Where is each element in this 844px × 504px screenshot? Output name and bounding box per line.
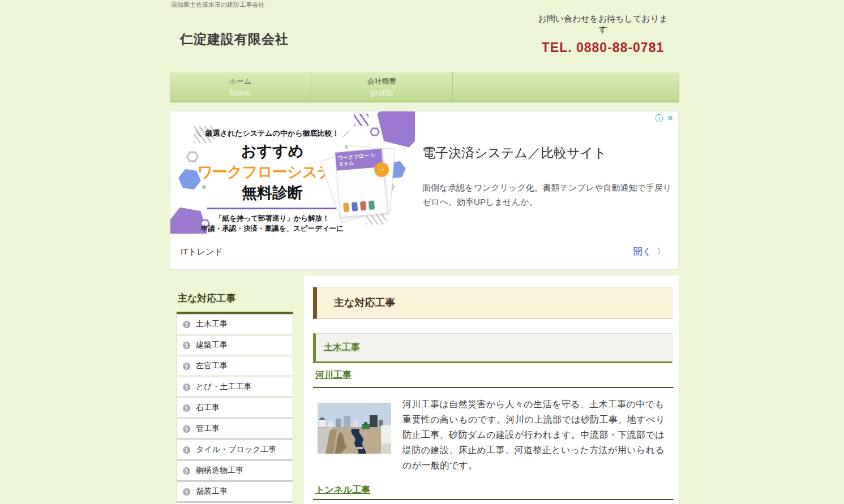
- company-name-logo[interactable]: 仁淀建設有限会社: [180, 31, 289, 48]
- nav-home-label-en: home: [230, 88, 251, 97]
- contact-note: お問い合わせをお待ちしております: [535, 14, 671, 35]
- nav-filler: [453, 72, 679, 101]
- river-construction-photo: [318, 403, 391, 454]
- ad-info-icon[interactable]: ⓘ: [655, 114, 663, 124]
- sidebar-item-plastering[interactable]: 左官工事: [177, 356, 293, 376]
- sidebar-item-civil[interactable]: 土木工事: [177, 314, 293, 334]
- section-divider: [313, 499, 674, 500]
- adchoices-controls: ⓘ ✕: [655, 114, 674, 124]
- sidebar-construction-menu: 主な対応工事 土木工事 建築工事 左官工事 とび・土工工事 石工事 管工事 タイ…: [177, 291, 293, 504]
- bullet-arrow-icon: [183, 384, 190, 391]
- ad-creative-image[interactable]: ＼厳選されたシステムの中から徹底比較！／ おすすめ ワークフローシステム 無料診…: [170, 111, 415, 234]
- sidebar-item-steel[interactable]: 鋼構造物工事: [177, 460, 293, 481]
- category-box: 土木工事: [313, 333, 672, 363]
- bullet-arrow-icon: [183, 363, 190, 370]
- main-content: 主な対応工事 土木工事 河川工事 河川工事は自然災害から人々の生活を守る、土木工…: [304, 275, 679, 504]
- sidebar-item-label: とび・土工工事: [196, 382, 252, 392]
- header-contact-block: お問い合わせをお待ちしております TEL. 0880-88-0781: [535, 14, 671, 55]
- phone-number: TEL. 0880-88-0781: [535, 40, 671, 55]
- sidebar-item-label: 舗装工事: [196, 486, 228, 497]
- purple-underline: [207, 208, 337, 209]
- ad-banner: ＼厳選されたシステムの中から徹底比較！／ おすすめ ワークフローシステム 無料診…: [170, 111, 679, 270]
- nav-profile-label-en: profile: [370, 88, 393, 97]
- ad-topline: ＼厳選されたシステムの中から徹底比較！／: [170, 128, 374, 139]
- page-title-box: 主な対応工事: [313, 287, 672, 319]
- section-link-river-works[interactable]: 河川工事: [315, 369, 352, 381]
- sidebar-item-stone[interactable]: 石工事: [177, 398, 293, 418]
- nav-item-home[interactable]: ホーム home: [170, 72, 311, 101]
- bullet-arrow-icon: [183, 404, 190, 412]
- stripes-decoration: [354, 114, 369, 126]
- sidebar-item-label: タイル・ブロック工事: [196, 445, 276, 455]
- ad-brand-label: ITトレンド: [181, 247, 223, 257]
- people-illustration: [343, 200, 375, 212]
- sidebar-item-label: 土木工事: [196, 319, 228, 329]
- sidebar-item-label: 石工事: [196, 403, 220, 413]
- site-tagline: 高知県土佐清水市の建設工事会社: [171, 1, 264, 9]
- bullet-arrow-icon: [183, 425, 190, 433]
- main-nav: ホーム home 会社概要 profile: [170, 72, 679, 102]
- sidebar-item-building[interactable]: 建築工事: [177, 335, 293, 355]
- ad-open-label: 開く: [633, 246, 652, 258]
- section-divider: [313, 387, 674, 388]
- sidebar-item-label: 管工事: [196, 424, 220, 434]
- bullet-arrow-icon: [183, 446, 190, 454]
- bullet-arrow-icon: [183, 467, 190, 475]
- section-paragraph: 河川工事は自然災害から人々の生活を守る、土木工事の中でも重要性の高いものです。河…: [402, 397, 671, 473]
- sidebar-item-label: 左官工事: [196, 361, 228, 371]
- category-link-civil-works[interactable]: 土木工事: [324, 342, 360, 352]
- chevron-right-icon: 〉: [657, 246, 666, 258]
- nav-item-profile[interactable]: 会社概要 profile: [311, 72, 453, 101]
- sidebar-title: 主な対応工事: [177, 291, 293, 314]
- nav-home-label-jp: ホーム: [229, 76, 252, 87]
- slash-decoration: ＼: [194, 129, 202, 137]
- document-sheet-front: ワークフロー システム …: [335, 148, 388, 218]
- bullet-arrow-icon: [183, 342, 190, 349]
- ad-close-icon[interactable]: ✕: [667, 114, 674, 124]
- bullet-arrow-icon: [183, 488, 190, 496]
- ad-headline-link[interactable]: 電子決済システム／比較サイト: [422, 144, 607, 162]
- sidebar-item-scaffolding[interactable]: とび・土工工事: [177, 377, 293, 397]
- sidebar-item-label: 建築工事: [196, 340, 228, 350]
- workflow-document-illustration: ワークフロー システム …: [333, 144, 392, 221]
- nav-profile-label-jp: 会社概要: [367, 76, 397, 87]
- bullet-arrow-icon: [183, 321, 190, 328]
- ad-open-button[interactable]: 開く 〉: [633, 246, 666, 258]
- sidebar-item-paving[interactable]: 舗装工事: [177, 481, 293, 502]
- sidebar-item-label: 鋼構造物工事: [196, 466, 243, 476]
- ad-body-text: 面倒な承認をワンクリック化。書類テンプレや自動通知で手戻りゼロへ。効率UPしませ…: [422, 180, 676, 209]
- section-link-tunnel-works[interactable]: トンネル工事: [315, 484, 371, 496]
- sidebar-item-tile-block[interactable]: タイル・ブロック工事: [177, 440, 293, 460]
- ad-sub-line-2: 申請・承認・決済・稟議を、スピーディーに: [170, 223, 374, 234]
- slash-decoration: ／: [343, 129, 350, 137]
- sidebar-item-piping[interactable]: 管工事: [177, 419, 293, 439]
